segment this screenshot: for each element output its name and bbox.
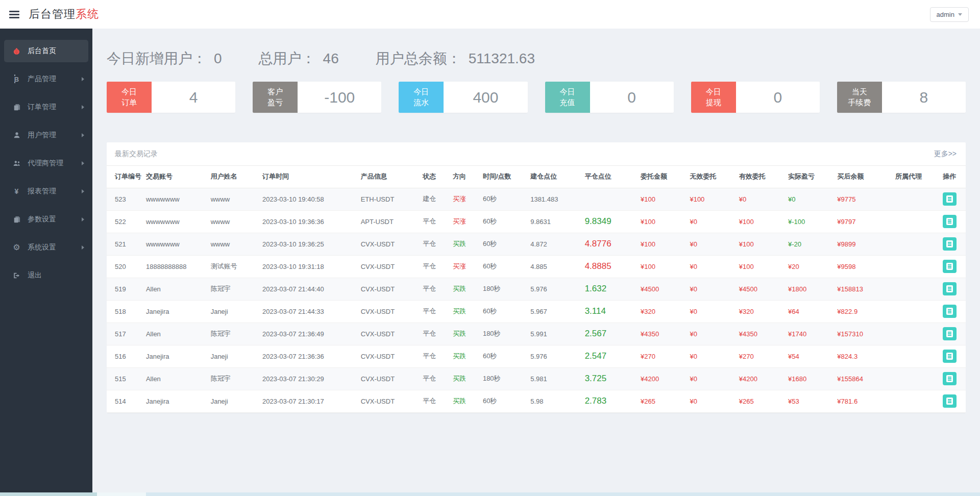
table-row: 518JanejiraJaneji2023-03-07 21:44:33CVX-…: [107, 300, 966, 323]
table-cell: 60秒: [479, 390, 526, 412]
summary-stat-new-users: 今日新增用户： 0: [107, 49, 222, 68]
row-detail-button[interactable]: [943, 327, 957, 340]
column-header: 操作: [939, 166, 966, 188]
table-cell: 建仓: [419, 188, 449, 210]
table-cell: 平仓: [419, 278, 449, 300]
table-row: 521wwwwwwwwwww2023-03-10 19:36:25CVX-USD…: [107, 233, 966, 255]
row-detail-button[interactable]: [943, 215, 957, 228]
table-cell: 平仓: [419, 233, 449, 255]
table-cell: ¥824.3: [833, 345, 891, 367]
table-cell: ¥9797: [833, 210, 891, 233]
row-detail-button[interactable]: [943, 192, 957, 206]
user-icon: [12, 132, 21, 139]
more-link[interactable]: 更多>>: [934, 150, 957, 159]
stat-card: 今日充值0: [545, 82, 674, 113]
table-cell: ¥100: [735, 255, 784, 278]
sidebar-item-users[interactable]: 用户管理: [0, 124, 92, 146]
chevron-right-icon: [82, 133, 84, 137]
column-header: 无效委托: [685, 166, 734, 188]
list-icon: [946, 308, 953, 315]
table-cell: ¥1740: [784, 323, 833, 345]
table-cell: ¥53: [784, 390, 833, 412]
table-cell: 521: [107, 233, 142, 255]
hamburger-icon[interactable]: [9, 10, 20, 18]
sidebar-item-home[interactable]: 后台首页: [4, 40, 88, 62]
sidebar-item-system[interactable]: 系统设置: [0, 236, 92, 259]
column-header: 交易账号: [142, 166, 207, 188]
stat-card-value: 0: [590, 82, 674, 113]
table-cell-actions: [939, 255, 966, 278]
stat-card-label: 当天手续费: [837, 82, 882, 113]
table-cell: 1381.483: [526, 188, 580, 210]
row-detail-button[interactable]: [943, 394, 957, 408]
table-cell: ¥155864: [833, 367, 891, 390]
table-cell: Allen: [142, 278, 207, 300]
table-cell: ¥20: [784, 255, 833, 278]
table-cell: ¥270: [636, 345, 685, 367]
table-cell-actions: [939, 323, 966, 345]
caret-down-icon: [958, 13, 962, 16]
table-cell: [891, 390, 939, 412]
table-cell: ¥320: [735, 300, 784, 323]
table-cell: ¥0: [685, 367, 734, 390]
table-cell: 9.8349: [581, 210, 636, 233]
gear-icon: [12, 243, 21, 252]
sidebar-item-params[interactable]: 参数设置: [0, 208, 92, 231]
table-cell: ¥4200: [735, 367, 784, 390]
summary-stat-value: 46: [323, 51, 339, 67]
scrollbar-track: [146, 492, 980, 496]
row-detail-button[interactable]: [943, 282, 957, 295]
table-row: 519Allen陈冠宇2023-03-07 21:44:40CVX-USDT平仓…: [107, 278, 966, 300]
table-cell: 2023-03-07 21:36:36: [258, 345, 357, 367]
table-cell: Allen: [142, 367, 207, 390]
table-cell: ¥0: [685, 300, 734, 323]
sidebar-item-label: 后台首页: [28, 46, 81, 56]
chevron-right-icon: [82, 217, 84, 221]
table-cell: 3.114: [581, 300, 636, 323]
table-cell: 518: [107, 300, 142, 323]
chevron-right-icon: [82, 189, 84, 193]
row-detail-button[interactable]: [943, 260, 957, 273]
column-header: 时间/点数: [479, 166, 526, 188]
sidebar-item-reports[interactable]: 报表管理: [0, 180, 92, 203]
table-cell: Janeji: [207, 300, 258, 323]
table-cell: ¥4350: [636, 323, 685, 345]
table-cell: 3.725: [581, 367, 636, 390]
table-cell: ¥64: [784, 300, 833, 323]
table-cell: CVX-USDT: [357, 255, 419, 278]
table-cell: ¥4200: [636, 367, 685, 390]
row-detail-button[interactable]: [943, 372, 957, 385]
table-cell: 9.8631: [526, 210, 580, 233]
table-cell: ¥4350: [735, 323, 784, 345]
table-cell: ¥9899: [833, 233, 891, 255]
table-cell: ¥100: [636, 233, 685, 255]
list-icon: [946, 330, 953, 337]
table-cell-actions: [939, 278, 966, 300]
user-menu-button[interactable]: admin: [930, 7, 969, 22]
row-detail-button[interactable]: [943, 350, 957, 363]
row-detail-button[interactable]: [943, 305, 957, 318]
table-cell: 180秒: [479, 323, 526, 345]
table-cell: 4.8776: [581, 233, 636, 255]
row-detail-button[interactable]: [943, 237, 957, 251]
table-cell-actions: [939, 300, 966, 323]
table-cell: 2023-03-07 21:44:40: [258, 278, 357, 300]
table-cell: 买跌: [449, 345, 479, 367]
column-header: 产品信息: [357, 166, 419, 188]
sidebar-item-products[interactable]: 产品管理: [0, 68, 92, 90]
table-cell: ¥9598: [833, 255, 891, 278]
stat-card-value: -100: [298, 82, 381, 113]
sidebar-item-orders[interactable]: 订单管理: [0, 96, 92, 118]
table-cell: 买跌: [449, 323, 479, 345]
sidebar-item-logout[interactable]: 退出: [0, 264, 92, 287]
table-cell: 陈冠宇: [207, 367, 258, 390]
table-cell: 4.885: [526, 255, 580, 278]
sidebar-item-agents[interactable]: 代理商管理: [0, 152, 92, 175]
table-cell: 5.98: [526, 390, 580, 412]
table-cell: 平仓: [419, 210, 449, 233]
table-cell: 买涨: [449, 255, 479, 278]
scrollbar-thumb[interactable]: [0, 492, 97, 496]
table-cell: [891, 255, 939, 278]
user-group-icon: [12, 160, 21, 167]
table-cell: CVX-USDT: [357, 367, 419, 390]
